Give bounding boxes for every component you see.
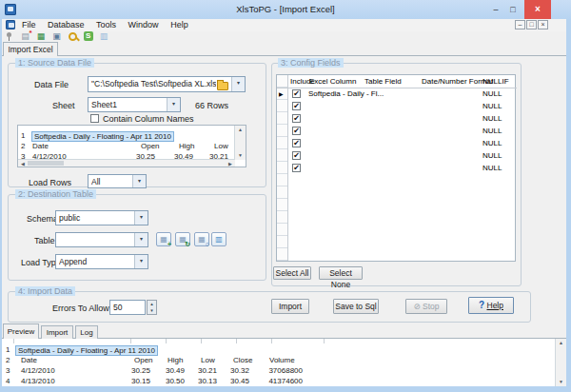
- menu-item-window[interactable]: Window: [124, 19, 164, 31]
- config-row[interactable]: ✔ NULL: [277, 125, 517, 137]
- row-number: 1: [6, 344, 10, 355]
- config-row[interactable]: ✔ NULL: [277, 162, 517, 174]
- preview-window-icon[interactable]: ▣: [51, 31, 63, 42]
- config-row[interactable]: ✔ NULL: [277, 100, 517, 112]
- contain-column-names-checkbox[interactable]: [90, 114, 99, 123]
- nullif-cell: NULL: [482, 126, 502, 136]
- load-type-dropdown-arrow[interactable]: ▾: [134, 255, 148, 268]
- maximize-button[interactable]: □: [505, 4, 521, 16]
- schema-combobox[interactable]: public ▾: [55, 210, 148, 225]
- select-none-button[interactable]: Select None: [319, 266, 363, 280]
- grid-row[interactable]: 4 4/13/2010 30.15 30.50 30.13 30.45 4137…: [2, 376, 549, 386]
- menu-item-help[interactable]: Help: [166, 19, 193, 31]
- include-checkbox[interactable]: ✔: [292, 151, 301, 160]
- tab-preview[interactable]: Preview: [3, 323, 39, 339]
- config-row[interactable]: ✔ NULL: [277, 112, 517, 125]
- sheet-dropdown-arrow[interactable]: ▾: [167, 98, 180, 111]
- cell-close-header: Close: [233, 355, 252, 365]
- preview-vertical-scrollbar[interactable]: ▲ ▼: [555, 339, 566, 386]
- grid-row[interactable]: 1 Softpedia - Daily - Floating - Apr 11 …: [18, 130, 233, 141]
- tab-import-excel[interactable]: Import Excel: [3, 42, 58, 56]
- stop-button[interactable]: ⊘ Stop: [405, 299, 447, 314]
- load-type-combobox[interactable]: Append ▾: [55, 254, 148, 269]
- sql-editor-icon[interactable]: S: [83, 31, 94, 42]
- view-table-button[interactable]: ▦○: [194, 232, 209, 246]
- mdi-document-icon[interactable]: [6, 20, 15, 29]
- data-file-combobox[interactable]: "C:\Softpedia Test\Softpedia XL.xlsx" ▾: [88, 76, 246, 92]
- config-row[interactable]: ✔ NULL: [277, 137, 517, 149]
- table-combobox[interactable]: ▾: [55, 232, 148, 247]
- scrollbar-thumb[interactable]: [28, 161, 64, 166]
- schema-dropdown-arrow[interactable]: ▾: [134, 211, 148, 225]
- select-all-button[interactable]: Select All: [273, 266, 311, 280]
- folder-browse-icon[interactable]: [217, 82, 228, 90]
- refresh-tables-button[interactable]: ▦↻: [175, 232, 190, 246]
- config-fields-grid[interactable]: ▶ Include Excel Column Table Field Date/…: [276, 74, 516, 262]
- minimize-button[interactable]: –: [488, 4, 503, 16]
- view-columns-button[interactable]: ▥: [211, 232, 226, 246]
- connect-database-icon[interactable]: [4, 31, 15, 42]
- mdi-minimize-button[interactable]: –: [515, 20, 525, 29]
- close-button[interactable]: ×: [524, 0, 551, 19]
- new-import-icon[interactable]: ▤*: [20, 31, 31, 42]
- include-checkbox[interactable]: ✔: [292, 102, 301, 110]
- include-checkbox[interactable]: ✔: [292, 139, 301, 147]
- errors-to-allow-input[interactable]: 50: [109, 300, 146, 315]
- load-rows-dropdown-arrow[interactable]: ▾: [132, 175, 146, 187]
- include-checkbox[interactable]: ✔: [292, 127, 301, 135]
- group-config-title: 3: Config Fields: [278, 58, 344, 68]
- nullif-cell: NULL: [482, 101, 502, 111]
- include-checkbox[interactable]: ✔: [292, 89, 301, 98]
- scroll-left-icon[interactable]: ◀: [19, 160, 27, 167]
- tab-log[interactable]: Log: [75, 325, 98, 339]
- cell-high: 30.50: [156, 376, 185, 386]
- import-button[interactable]: Import: [271, 299, 309, 314]
- scroll-down-icon[interactable]: ▼: [556, 378, 566, 386]
- grid-row[interactable]: 2 Date Open High Low: [18, 141, 233, 151]
- horizontal-scrollbar[interactable]: ◀ ▶: [18, 159, 235, 167]
- grid-row[interactable]: 2 Date Open High Low Close Volume: [2, 355, 549, 365]
- spinner-up-icon[interactable]: ▴: [148, 301, 156, 307]
- scroll-right-icon[interactable]: ▶: [226, 160, 234, 167]
- source-preview-grid[interactable]: 1 Softpedia - Daily - Floating - Apr 11 …: [17, 125, 246, 167]
- scroll-up-icon[interactable]: ▲: [556, 339, 566, 347]
- create-table-button[interactable]: ▦+: [156, 232, 171, 246]
- mdi-restore-button[interactable]: □: [526, 20, 537, 29]
- row-number: 1: [21, 130, 25, 141]
- nullif-cell: NULL: [482, 113, 502, 124]
- window-border-bottom: [0, 386, 571, 392]
- grid-row[interactable]: 1 Softpedia - Daily - Floating - Apr 11 …: [2, 344, 549, 355]
- include-checkbox[interactable]: ✔: [292, 164, 301, 172]
- row-number: 4: [6, 376, 10, 386]
- stop-icon: ⊘: [414, 302, 421, 311]
- scroll-down-icon[interactable]: ▼: [235, 151, 246, 160]
- data-file-dropdown-arrow[interactable]: ▾: [231, 77, 245, 91]
- vertical-scrollbar[interactable]: ▲ ▼: [234, 126, 246, 160]
- save-to-sql-button[interactable]: Save to Sql: [333, 299, 379, 314]
- errors-to-allow-value: 50: [113, 301, 143, 314]
- help-button[interactable]: ? Help: [468, 297, 514, 314]
- nullif-cell: NULL: [482, 150, 502, 161]
- sheet-combobox[interactable]: Sheet1 ▾: [88, 97, 181, 112]
- group-destination-title: 2: Destination Table: [15, 189, 96, 199]
- config-row[interactable]: ✔ NULL: [277, 149, 517, 162]
- data-file-value: "C:\Softpedia Test\Softpedia XL.xlsx": [91, 77, 216, 91]
- columns-icon[interactable]: ▥: [98, 31, 109, 42]
- include-checkbox[interactable]: ✔: [292, 114, 301, 123]
- errors-spinner[interactable]: ▴ ▾: [147, 300, 157, 315]
- spinner-down-icon[interactable]: ▾: [148, 307, 156, 314]
- options-key-icon[interactable]: [67, 31, 78, 42]
- grid-row[interactable]: 3 4/12/2010 30.25 30.49 30.21 30.32 3706…: [2, 365, 549, 376]
- menu-item-database[interactable]: Database: [43, 19, 89, 31]
- table-dropdown-arrow[interactable]: ▾: [134, 233, 148, 246]
- tab-strip-line: [2, 55, 566, 56]
- config-row[interactable]: ✔ Softpedia - Daily - Fl... NULL: [277, 88, 517, 100]
- schema-label: Schema: [27, 214, 58, 224]
- tab-import[interactable]: Import: [41, 325, 73, 339]
- preview-grid[interactable]: 1 Softpedia - Daily - Floating - Apr 11 …: [2, 339, 555, 386]
- menu-item-tools[interactable]: Tools: [91, 19, 121, 31]
- excel-file-icon[interactable]: ▦: [35, 31, 47, 42]
- scroll-up-icon[interactable]: ▲: [235, 126, 246, 134]
- load-rows-combobox[interactable]: All ▾: [88, 174, 147, 188]
- mdi-close-button[interactable]: ×: [538, 20, 548, 29]
